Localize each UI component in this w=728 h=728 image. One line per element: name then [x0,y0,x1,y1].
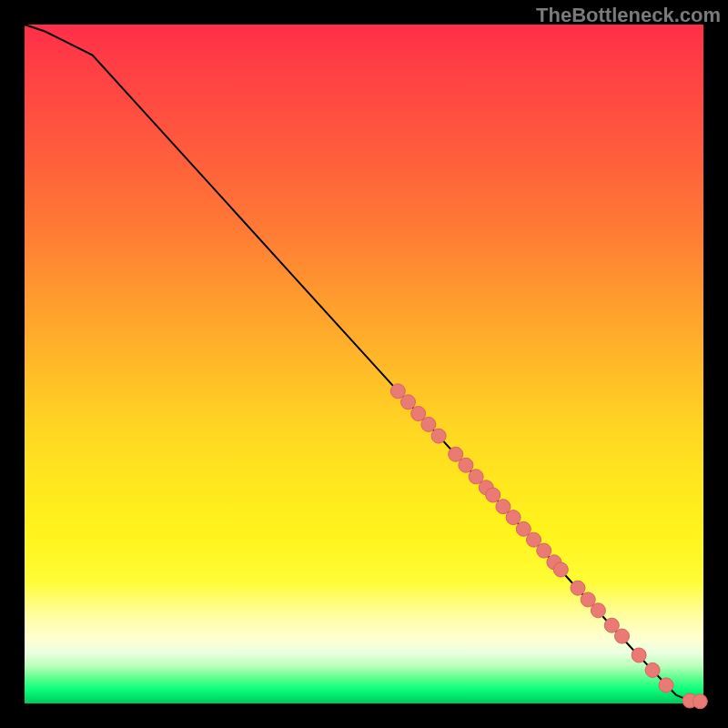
highlight-dot [431,429,446,443]
highlight-dot [615,629,630,643]
chart-stage: TheBottleneck.com [0,0,728,728]
highlight-dots [390,384,707,709]
highlight-dot [486,488,500,502]
highlight-dot [459,458,473,472]
highlight-dot [553,562,568,577]
chart-svg [25,25,703,703]
highlight-dot [659,678,673,693]
highlight-dot [506,511,521,525]
highlight-dot [693,694,707,709]
highlight-dot [401,395,416,410]
watermark-text: TheBottleneck.com [536,4,721,27]
plot-area [25,25,703,703]
highlight-dot [469,470,483,484]
highlight-dot [571,581,585,595]
bottleneck-curve [25,25,703,702]
highlight-dot [449,447,463,461]
highlight-dot [645,662,660,677]
highlight-dot [421,417,436,431]
highlight-dot [390,384,405,399]
highlight-dot [591,603,605,618]
highlight-dot [632,648,646,662]
highlight-dot [537,543,551,558]
